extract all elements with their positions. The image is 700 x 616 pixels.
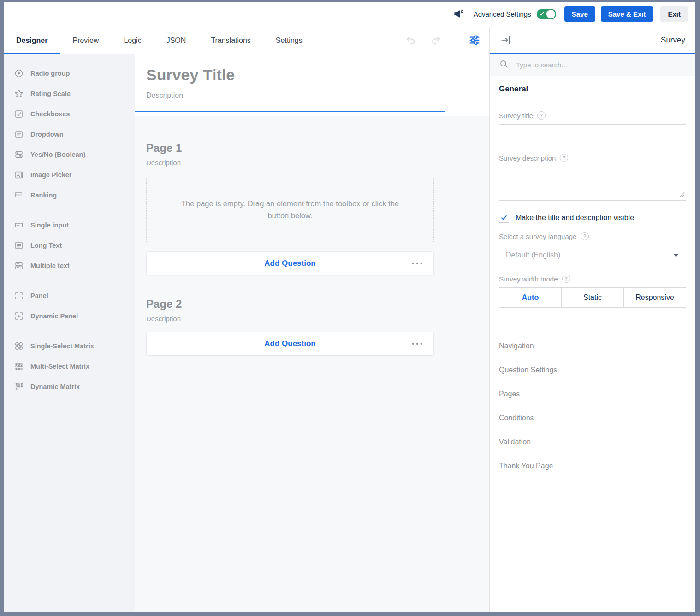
- section-pages[interactable]: Pages: [490, 382, 695, 406]
- property-search-input[interactable]: [515, 60, 686, 69]
- general-section-body: Survey title ? Survey description ?: [490, 111, 695, 334]
- section-thank-you-page[interactable]: Thank You Page: [490, 454, 695, 478]
- title-visibility-label: Make the title and description visible: [516, 214, 634, 222]
- width-mode-field-label: Survey width mode ?: [499, 275, 686, 283]
- toolbox-item-rating-scale[interactable]: Rating Scale: [4, 84, 135, 104]
- tab-preview[interactable]: Preview: [60, 27, 111, 54]
- property-search-row: [490, 54, 695, 76]
- width-mode-auto[interactable]: Auto: [499, 288, 561, 307]
- collapse-panel-icon[interactable]: [500, 34, 512, 46]
- help-icon[interactable]: ?: [537, 111, 546, 120]
- checkboxes-icon: [14, 109, 24, 119]
- page-2-block: Page 2 Description Add Question •••: [146, 298, 434, 356]
- advanced-settings-toggle[interactable]: [537, 9, 556, 19]
- title-visibility-checkbox[interactable]: [499, 213, 509, 223]
- help-icon[interactable]: ?: [560, 154, 568, 162]
- top-bar: Advanced Settings Save Save & Exit Exit: [4, 2, 695, 26]
- tab-designer[interactable]: Designer: [4, 27, 60, 54]
- toolbox-separator: [4, 281, 69, 281]
- survey-header[interactable]: Survey Title Description: [135, 54, 489, 116]
- toolbox-item-dynamic-matrix[interactable]: Dynamic Matrix: [4, 377, 135, 397]
- single-input-icon: [14, 220, 24, 230]
- width-mode-segmented-control: Auto Static Responsive: [499, 287, 686, 308]
- toolbox-item-dropdown[interactable]: Dropdown: [4, 124, 135, 144]
- toolbox-item-boolean[interactable]: Yes/No (Boolean): [4, 144, 135, 165]
- page-title[interactable]: Page 2: [146, 298, 434, 311]
- question-type-menu-icon[interactable]: •••: [412, 341, 424, 347]
- tab-bar-divider: [455, 31, 455, 49]
- redo-icon[interactable]: [430, 34, 442, 46]
- section-general[interactable]: General: [490, 76, 695, 102]
- toolbox-item-ranking[interactable]: Ranking: [4, 185, 135, 205]
- tab-logic[interactable]: Logic: [111, 27, 154, 54]
- toolbox-item-multi-select-matrix[interactable]: Multi-Select Matrix: [4, 356, 135, 377]
- section-navigation[interactable]: Navigation: [490, 334, 695, 358]
- empty-page-dropzone[interactable]: The page is empty. Drag an element from …: [146, 178, 434, 242]
- radio-group-icon: [14, 68, 24, 78]
- survey-header-underline: [135, 111, 445, 112]
- width-mode-responsive[interactable]: Responsive: [623, 288, 686, 307]
- tab-bar: Designer Preview Logic JSON Translations…: [4, 27, 489, 54]
- language-select[interactable]: Default (English): [499, 245, 686, 265]
- toolbox-item-long-text[interactable]: Long Text: [4, 235, 135, 256]
- add-question-button[interactable]: Add Question: [147, 339, 433, 348]
- view-settings-icon[interactable]: [468, 34, 481, 47]
- page-description[interactable]: Description: [146, 159, 434, 167]
- tab-bar-actions: [405, 31, 489, 49]
- exit-button[interactable]: Exit: [660, 6, 688, 22]
- empty-page-text: The page is empty. Drag an element from …: [175, 198, 405, 221]
- toolbox-separator: [4, 331, 69, 331]
- tab-settings[interactable]: Settings: [263, 27, 315, 54]
- survey-description[interactable]: Description: [146, 91, 478, 100]
- resize-grip-icon[interactable]: [679, 191, 685, 199]
- chevron-down-icon: [674, 254, 678, 257]
- toolbox-item-radio-group[interactable]: Radio group: [4, 63, 135, 84]
- toolbox-item-dynamic-panel[interactable]: Dynamic Panel: [4, 306, 135, 326]
- page-title[interactable]: Page 1: [146, 142, 434, 155]
- add-question-card[interactable]: Add Question •••: [146, 332, 434, 356]
- save-exit-button[interactable]: Save & Exit: [601, 6, 653, 22]
- toolbox-item-image-picker[interactable]: Image Picker: [4, 165, 135, 185]
- tab-json[interactable]: JSON: [154, 27, 199, 54]
- language-field-label: Select a survey language ?: [499, 232, 686, 240]
- section-validation[interactable]: Validation: [490, 430, 695, 454]
- megaphone-icon: [452, 8, 464, 20]
- panel-icon: [14, 291, 24, 301]
- survey-description-textarea[interactable]: [499, 167, 686, 201]
- save-button[interactable]: Save: [564, 6, 595, 22]
- page-1-block: Page 1 Description The page is empty. Dr…: [146, 142, 434, 275]
- title-visibility-row[interactable]: Make the title and description visible: [499, 213, 686, 223]
- toolbox-item-single-select-matrix[interactable]: Single-Select Matrix: [4, 336, 135, 356]
- survey-title-input[interactable]: [499, 124, 686, 144]
- page-description[interactable]: Description: [146, 315, 434, 323]
- ranking-icon: [14, 190, 24, 200]
- tab-translations[interactable]: Translations: [198, 27, 263, 54]
- multiple-text-icon: [14, 261, 24, 271]
- dynamic-matrix-icon: [14, 382, 24, 392]
- question-type-menu-icon[interactable]: •••: [412, 260, 424, 267]
- dropdown-icon: [14, 129, 24, 139]
- survey-title[interactable]: Survey Title: [146, 66, 478, 84]
- toolbox-item-single-input[interactable]: Single input: [4, 215, 135, 235]
- section-conditions[interactable]: Conditions: [490, 406, 695, 430]
- toolbox-item-checkboxes[interactable]: Checkboxes: [4, 104, 135, 124]
- survey-creator-window: Advanced Settings Save Save & Exit Exit …: [4, 2, 695, 612]
- section-question-settings[interactable]: Question Settings: [490, 358, 695, 382]
- help-icon[interactable]: ?: [562, 275, 570, 283]
- toolbox: Radio group Rating Scale Checkboxes Drop…: [4, 54, 135, 612]
- help-icon[interactable]: ?: [581, 232, 589, 240]
- toolbox-item-multiple-text[interactable]: Multiple text: [4, 256, 135, 276]
- advanced-settings-label: Advanced Settings: [474, 10, 531, 18]
- rating-scale-icon: [14, 89, 24, 99]
- design-surface: Survey Title Description Page 1 Descript…: [135, 54, 489, 612]
- undo-icon[interactable]: [405, 34, 417, 46]
- main-row: Designer Preview Logic JSON Translations…: [4, 27, 695, 612]
- property-panel: Survey General Survey title ? Survey des…: [489, 27, 695, 612]
- survey-title-field-label: Survey title ?: [499, 111, 686, 120]
- toggle-knob: [546, 10, 555, 18]
- width-mode-static[interactable]: Static: [561, 288, 623, 307]
- add-question-card[interactable]: Add Question •••: [146, 251, 434, 275]
- long-text-icon: [14, 240, 24, 251]
- toolbox-item-panel[interactable]: Panel: [4, 286, 135, 306]
- add-question-button[interactable]: Add Question: [147, 259, 433, 268]
